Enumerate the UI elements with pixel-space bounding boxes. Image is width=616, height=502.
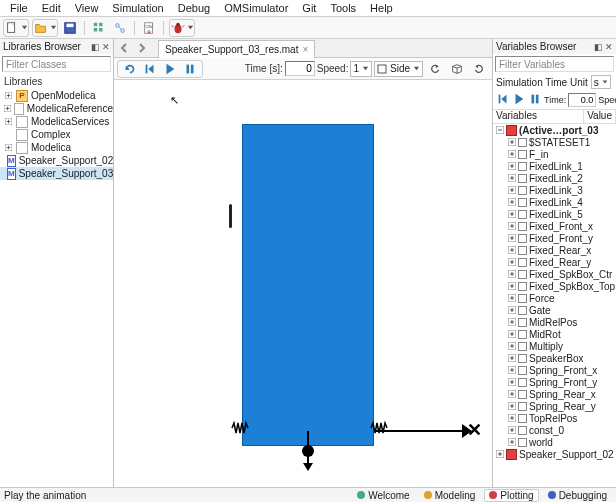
var-item[interactable]: FixedLink_3 bbox=[493, 184, 616, 196]
lib-item-modelica[interactable]: Modelica bbox=[0, 141, 113, 154]
variables-tree[interactable]: (Active…port_03 $STATESET1F_inFixedLink_… bbox=[493, 124, 616, 487]
libraries-panel: Libraries Browser ◧ ✕ Filter Classes Lib… bbox=[0, 39, 114, 487]
panel-close-icon[interactable]: ✕ bbox=[102, 42, 110, 52]
origin-ball bbox=[302, 445, 314, 457]
nav-forward-icon[interactable] bbox=[134, 41, 150, 55]
skip-back-icon[interactable] bbox=[140, 60, 160, 78]
var-item[interactable]: Fixed_Front_x bbox=[493, 220, 616, 232]
view-side-select[interactable]: Side bbox=[374, 61, 423, 77]
var-item[interactable]: Fixed_Front_y bbox=[493, 232, 616, 244]
open-file-icon[interactable] bbox=[33, 20, 49, 36]
lib-item-speaker-support-03[interactable]: MSpeaker_Support_03 bbox=[0, 167, 113, 180]
play-icon[interactable] bbox=[160, 60, 180, 78]
new-file-icon[interactable] bbox=[4, 20, 20, 36]
svg-rect-5 bbox=[94, 28, 98, 32]
rotate-right-icon[interactable] bbox=[469, 60, 489, 78]
time-input[interactable] bbox=[285, 61, 315, 76]
var-item[interactable]: MidRelPos bbox=[493, 316, 616, 328]
var-item[interactable]: Fixed_SpkBox_Ctr bbox=[493, 268, 616, 280]
menu-view[interactable]: View bbox=[69, 1, 105, 15]
var-item[interactable]: TopRelPos bbox=[493, 412, 616, 424]
var-item[interactable]: FixedLink_4 bbox=[493, 196, 616, 208]
var-item[interactable]: F_in bbox=[493, 148, 616, 160]
mini-skip-back-icon[interactable] bbox=[496, 92, 510, 108]
grid-icon[interactable] bbox=[90, 19, 108, 37]
svg-rect-4 bbox=[99, 22, 103, 26]
var-item[interactable]: SpeakerBox bbox=[493, 352, 616, 364]
lib-item-speaker-support-02[interactable]: MSpeaker_Support_02 bbox=[0, 154, 113, 167]
var-item[interactable]: Spring_Rear_y bbox=[493, 400, 616, 412]
perspective-plotting[interactable]: Plotting bbox=[484, 489, 538, 502]
lib-item-openmodelica[interactable]: POpenModelica bbox=[0, 89, 113, 102]
filter-variables-input[interactable]: Filter Variables bbox=[495, 56, 614, 72]
bug-dropdown-icon[interactable] bbox=[186, 20, 194, 36]
y-axis-arrowhead bbox=[303, 463, 313, 471]
svg-line-9 bbox=[118, 26, 122, 30]
panel-float-icon[interactable]: ◧ bbox=[91, 42, 100, 52]
perspective-debugging[interactable]: Debugging bbox=[543, 489, 612, 502]
var-item[interactable]: Spring_Front_x bbox=[493, 364, 616, 376]
animation-canvas[interactable]: ↖ ✕ bbox=[114, 80, 492, 487]
nav-back-icon[interactable] bbox=[116, 41, 132, 55]
filter-classes-input[interactable]: Filter Classes bbox=[2, 56, 111, 72]
menu-help[interactable]: Help bbox=[364, 1, 399, 15]
var-item[interactable]: Gate bbox=[493, 304, 616, 316]
perspective-modeling[interactable]: Modeling bbox=[419, 489, 481, 502]
var-item[interactable]: Fixed_Rear_x bbox=[493, 244, 616, 256]
mini-play-icon[interactable] bbox=[512, 92, 526, 108]
pause-icon[interactable] bbox=[180, 60, 200, 78]
var-item[interactable]: Fixed_SpkBox_Top bbox=[493, 280, 616, 292]
perspective-welcome[interactable]: Welcome bbox=[352, 489, 415, 502]
menu-tools[interactable]: Tools bbox=[324, 1, 362, 15]
menu-git[interactable]: Git bbox=[296, 1, 322, 15]
mini-time-input[interactable] bbox=[568, 93, 596, 107]
svg-rect-29 bbox=[187, 64, 190, 73]
var-sibling-item[interactable]: Speaker_Support_02 bbox=[493, 448, 616, 460]
mini-pause-icon[interactable] bbox=[528, 92, 542, 108]
svg-rect-33 bbox=[532, 94, 535, 103]
library-tree[interactable]: POpenModelica ModelicaReference Modelica… bbox=[0, 89, 113, 487]
var-item[interactable]: FixedLink_1 bbox=[493, 160, 616, 172]
menu-file[interactable]: File bbox=[4, 1, 34, 15]
var-item[interactable]: world bbox=[493, 436, 616, 448]
lib-item-modelicareference[interactable]: ModelicaReference bbox=[0, 102, 113, 115]
bug-icon[interactable] bbox=[170, 20, 186, 36]
main-toolbar: CSV bbox=[0, 17, 616, 39]
menu-simulation[interactable]: Simulation bbox=[106, 1, 169, 15]
menu-debug[interactable]: Debug bbox=[172, 1, 216, 15]
var-item[interactable]: MidRot bbox=[493, 328, 616, 340]
menu-omsimulator[interactable]: OMSimulator bbox=[218, 1, 294, 15]
new-dropdown-icon[interactable] bbox=[20, 20, 28, 36]
var-item[interactable]: Spring_Rear_x bbox=[493, 388, 616, 400]
panel-close-icon[interactable]: ✕ bbox=[605, 42, 613, 52]
var-item[interactable]: FixedLink_2 bbox=[493, 172, 616, 184]
cube-icon[interactable] bbox=[447, 60, 467, 78]
var-item[interactable]: const_0 bbox=[493, 424, 616, 436]
svg-line-15 bbox=[182, 25, 184, 27]
csv-export-icon[interactable]: CSV bbox=[140, 19, 158, 37]
sim-time-unit-select[interactable]: s bbox=[591, 75, 611, 89]
var-header-value[interactable]: Value bbox=[584, 110, 616, 123]
var-root-item[interactable]: (Active…port_03 bbox=[493, 124, 616, 136]
tab-close-icon[interactable]: × bbox=[302, 44, 308, 55]
panel-float-icon[interactable]: ◧ bbox=[594, 42, 603, 52]
var-item[interactable]: Multiply bbox=[493, 340, 616, 352]
speed-select[interactable]: 1 bbox=[350, 61, 372, 77]
link-icon[interactable] bbox=[111, 19, 129, 37]
svg-rect-32 bbox=[499, 94, 501, 103]
lib-item-modelicaservices[interactable]: ModelicaServices bbox=[0, 115, 113, 128]
menu-edit[interactable]: Edit bbox=[36, 1, 67, 15]
var-item[interactable]: Force bbox=[493, 292, 616, 304]
open-dropdown-icon[interactable] bbox=[49, 20, 57, 36]
var-header-variables[interactable]: Variables bbox=[493, 110, 584, 123]
var-item[interactable]: Fixed_Rear_y bbox=[493, 256, 616, 268]
rotate-left-icon[interactable] bbox=[425, 60, 445, 78]
lib-item-complex[interactable]: Complex bbox=[0, 128, 113, 141]
var-item[interactable]: Spring_Front_y bbox=[493, 376, 616, 388]
reload-icon[interactable] bbox=[120, 60, 140, 78]
time-label: Time [s]: bbox=[245, 63, 283, 74]
document-tab[interactable]: Speaker_Support_03_res.mat × bbox=[158, 40, 315, 58]
var-item[interactable]: $STATESET1 bbox=[493, 136, 616, 148]
var-item[interactable]: FixedLink_5 bbox=[493, 208, 616, 220]
save-icon[interactable] bbox=[61, 19, 79, 37]
